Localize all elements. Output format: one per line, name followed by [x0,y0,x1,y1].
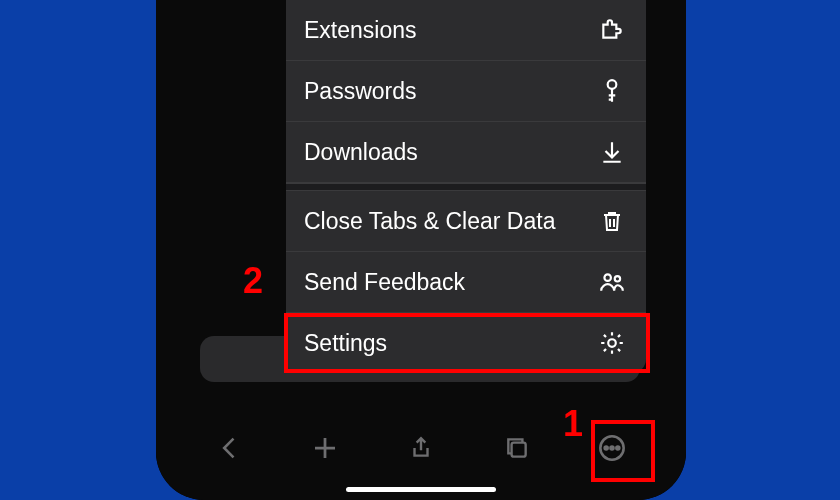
menu-item-label: Send Feedback [304,269,465,296]
annotation-step-1: 1 [563,403,583,445]
download-icon [598,138,626,166]
svg-rect-4 [511,443,525,457]
menu-group-divider [286,183,646,191]
menu-item-label: Downloads [304,139,418,166]
share-button[interactable] [399,426,443,470]
trash-icon [598,207,626,235]
menu-item-passwords[interactable]: Passwords [286,61,646,122]
menu-item-downloads[interactable]: Downloads [286,122,646,183]
annotation-box-more [591,420,655,482]
new-tab-button[interactable] [303,426,347,470]
menu-item-extensions[interactable]: Extensions [286,0,646,61]
key-icon [598,77,626,105]
menu-item-close-clear[interactable]: Close Tabs & Clear Data [286,191,646,252]
svg-point-2 [615,276,620,281]
home-indicator [346,487,496,492]
back-button[interactable] [208,426,252,470]
annotation-step-2: 2 [243,260,263,302]
menu-item-label: Passwords [304,78,416,105]
menu-item-label: Extensions [304,17,417,44]
menu-item-feedback[interactable]: Send Feedback [286,252,646,313]
people-icon [598,268,626,296]
svg-point-1 [604,274,611,281]
menu-item-label: Close Tabs & Clear Data [304,208,555,235]
puzzle-icon [598,16,626,44]
tabs-button[interactable] [495,426,539,470]
svg-point-0 [608,80,617,89]
annotation-box-settings [284,313,650,373]
